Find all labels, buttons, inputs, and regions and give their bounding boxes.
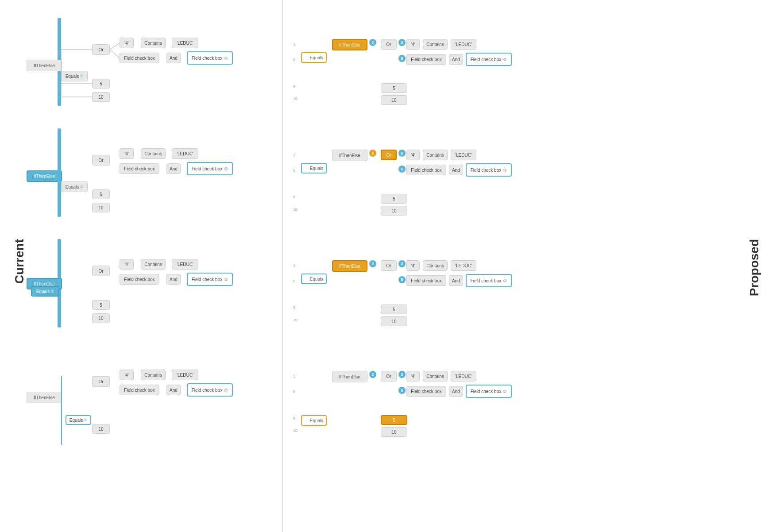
field-cb1-c4[interactable]: Field check box [120,385,159,395]
ifthenelse-node-p2[interactable]: IfThenElse [332,150,367,161]
ifthenelse-node-c2[interactable]: IfThenElse [27,170,62,182]
leduc-node-c1[interactable]: 'LEDUC' [172,38,198,48]
or-node-p4[interactable]: Or [381,371,397,382]
five-node-c1[interactable]: 5 [92,79,110,89]
equals-node-c1[interactable]: Equals ① [61,71,88,81]
or-node-p3[interactable]: Or [381,260,397,271]
label-current: Current [12,239,27,284]
field-cb2-c3[interactable]: Field check box ⚙ [187,273,233,286]
field-cb2-p2[interactable]: Field check box ⚙ [466,163,512,177]
five-node-p4[interactable]: 5 [381,415,407,425]
field-cb2-c4[interactable]: Field check box ⚙ [187,383,233,397]
ten-node-c3[interactable]: 10 [92,313,110,323]
contains-node-p3[interactable]: Contains [423,260,448,271]
or-node-p1[interactable]: Or [381,39,397,50]
five-node-p2[interactable]: 5 [381,194,407,204]
four-node-p4[interactable]: '4' [406,371,420,382]
five-node-p3[interactable]: 5 [381,305,407,314]
ifthenelse-node-c4[interactable]: IfThenElse [27,392,62,403]
four-node-p1[interactable]: '4' [406,39,420,50]
label-proposed: Proposed [747,239,761,296]
or-node-c4[interactable]: Or [92,376,110,387]
and-node-p3[interactable]: And [449,275,463,286]
equals-insert-p1[interactable]: ⋮ Equals [301,52,327,63]
ifthenelse-node-c1[interactable]: IfThenElse [27,60,62,71]
and-node-c3[interactable]: And [166,274,181,285]
ten-node-p2[interactable]: 10 [381,206,407,216]
ten-node-c2[interactable]: 10 [92,203,110,212]
or-node-p2[interactable]: Or [381,150,397,160]
field-cb1-p4[interactable]: Field check box [406,386,446,397]
field-cb2-p1[interactable]: Field check box ⚙ [466,53,512,66]
leduc-node-p2[interactable]: 'LEDUC' [451,150,476,160]
svg-line-2 [110,50,120,58]
and-node-c2[interactable]: And [166,163,181,174]
ten-node-c4[interactable]: 10 [92,424,110,434]
field-cb1-p1[interactable]: Field check box [406,54,446,65]
field-cb2-c1[interactable]: Field check box ⚙ [187,51,233,65]
and-node-c4[interactable]: And [166,385,181,395]
five-node-p1[interactable]: 5 [381,83,407,93]
equals-insert-p2[interactable]: ⋮ Equals [301,163,327,173]
four-node-p2[interactable]: '4' [406,150,420,160]
ten-node-p1[interactable]: 10 [381,95,407,105]
four-node-c3[interactable]: '4' [120,259,134,270]
leduc-node-p3[interactable]: 'LEDUC' [451,260,476,271]
or-node-c1[interactable]: Or [92,44,110,55]
and-node-c1[interactable]: And [166,53,181,63]
leduc-node-p4[interactable]: 'LEDUC' [451,371,476,382]
leduc-node-c3[interactable]: 'LEDUC' [172,259,198,270]
equals-insert-p4[interactable]: ⋮ Equals [301,415,327,426]
contains-node-p1[interactable]: Contains [423,39,448,50]
page-container: Current Proposed IfThenElse Equals ① Or … [0,0,765,532]
contains-node-p2[interactable]: Contains [423,150,448,160]
svg-line-1 [110,43,120,50]
contains-node-p4[interactable]: Contains [423,371,448,382]
and-node-p2[interactable]: And [449,165,463,175]
five-node-c2[interactable]: 5 [92,189,110,199]
leduc-node-p1[interactable]: 'LEDUC' [451,39,476,50]
ifthenelse-node-p3[interactable]: IfThenElse [332,260,367,272]
leduc-node-c4[interactable]: 'LEDUC' [172,370,198,380]
divider [282,0,283,532]
ifthenelse-node-p1[interactable]: IfThenElse [332,39,367,50]
contains-node-c4[interactable]: Contains [141,370,166,380]
field-cb1-p3[interactable]: Field check box [406,275,446,286]
four-node-p3[interactable]: '4' [406,260,420,271]
equals-node-c3[interactable]: Equals ① [31,286,59,297]
ten-node-p4[interactable]: 10 [381,427,407,437]
contains-node-c1[interactable]: Contains [141,38,166,48]
field-cb1-c3[interactable]: Field check box [120,274,159,285]
or-node-c2[interactable]: Or [92,155,110,166]
equals-node-c2[interactable]: Equals ① [61,181,88,192]
or-node-c3[interactable]: Or [92,266,110,276]
equals-insert-p3[interactable]: ⋮ Equals [301,274,327,284]
equals-node-c4[interactable]: Equals ① [66,415,91,425]
four-node-c4[interactable]: '4' [120,370,134,380]
field-cb2-c2[interactable]: Field check box ⚙ [187,162,233,175]
field-cb1-p2[interactable]: Field check box [406,165,446,175]
field-cb1-c2[interactable]: Field check box [120,163,159,174]
and-node-p4[interactable]: And [449,386,463,397]
field-cb2-p3[interactable]: Field check box ⚙ [466,274,512,287]
and-node-p1[interactable]: And [449,54,463,65]
four-node-c1[interactable]: '4' [120,38,134,48]
ten-node-p3[interactable]: 10 [381,316,407,326]
field-cb2-p4[interactable]: Field check box ⚙ [466,385,512,398]
field-cb1-c1[interactable]: Field check box [120,53,159,63]
four-node-c2[interactable]: '4' [120,148,134,159]
contains-node-c3[interactable]: Contains [141,259,166,270]
contains-node-c2[interactable]: Contains [141,148,166,159]
ten-node-c1[interactable]: 10 [92,92,110,102]
five-node-c3[interactable]: 5 [92,300,110,310]
ifthenelse-node-p4[interactable]: IfThenElse [332,371,367,382]
leduc-node-c2[interactable]: 'LEDUC' [172,148,198,159]
